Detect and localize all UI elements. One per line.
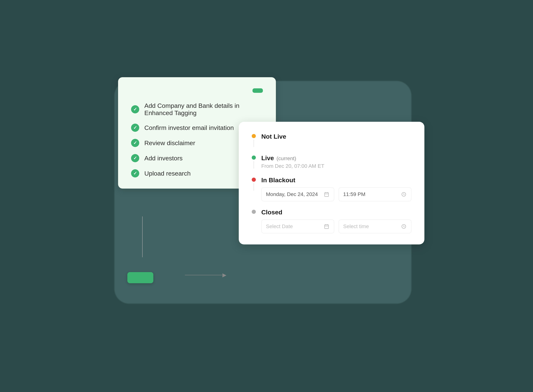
time-input-text: 11:59 PM (343, 191, 365, 197)
status-dot-wrapper-live (252, 154, 256, 168)
time-input-in-blackout[interactable]: 11:59 PM (339, 187, 411, 201)
status-label-row: Live (current) (261, 154, 411, 162)
status-content-not-live: Not Live (261, 133, 411, 140)
status-dot-live (252, 155, 256, 160)
clock-icon (401, 191, 407, 197)
status-content-closed: Closed Select Date Select time (261, 209, 411, 233)
status-label: Closed (261, 209, 282, 216)
check-icon: ✓ (131, 139, 139, 147)
date-input-text: Select Date (266, 224, 293, 229)
status-label: Not Live (261, 133, 286, 140)
todo-item-text: Upload research (145, 170, 191, 177)
status-date: From Dec 20, 07:00 AM ET (261, 163, 411, 169)
status-connector (254, 140, 254, 147)
date-input-in-blackout[interactable]: Monday, Dec 24, 2024 (261, 187, 334, 201)
date-input-text: Monday, Dec 24, 2024 (266, 191, 318, 197)
todo-item-text: Add Company and Bank details in Enhanced… (145, 102, 263, 117)
arrow-indicator (185, 272, 226, 278)
status-content-live: Live (current) From Dec 20, 07:00 AM ET (261, 154, 411, 169)
calendar-icon (324, 224, 330, 229)
connector-line (142, 216, 143, 257)
todo-item: ✓ Add Company and Bank details in Enhanc… (131, 102, 263, 117)
status-label: In Blackout (261, 177, 295, 184)
status-item-closed: Closed Select Date Select time (252, 209, 411, 233)
date-input-closed[interactable]: Select Date (261, 219, 334, 233)
svg-rect-0 (324, 193, 328, 196)
clock-icon (401, 224, 407, 229)
status-sublabel: (current) (277, 155, 296, 162)
status-dot-in-blackout (252, 178, 256, 182)
status-item-not-live: Not Live (252, 133, 411, 147)
check-icon: ✓ (131, 169, 139, 177)
status-dot-not-live (252, 134, 256, 138)
go-live-button[interactable] (127, 272, 153, 283)
status-label: Live (261, 154, 274, 162)
datetime-row: Monday, Dec 24, 2024 11:59 PM (261, 187, 411, 201)
todo-item-text: Review disclaimer (145, 139, 195, 147)
todo-item-text: Add investors (145, 155, 183, 162)
status-list: Not Live Live (current) From Dec 20, 07:… (252, 133, 411, 233)
status-connector (254, 161, 254, 168)
status-item-in-blackout: In Blackout Monday, Dec 24, 2024 11:59 P… (252, 177, 411, 201)
status-dot-wrapper-in-blackout (252, 177, 256, 191)
todos-card-header (131, 88, 263, 93)
todo-item-text: Confirm investor email invitation (145, 124, 234, 131)
svg-rect-5 (324, 225, 328, 229)
status-dot-wrapper-closed (252, 209, 256, 214)
check-icon: ✓ (131, 124, 139, 132)
status-panel: Not Live Live (current) From Dec 20, 07:… (239, 122, 424, 244)
calendar-icon (324, 191, 330, 197)
status-connector (254, 183, 254, 191)
check-icon: ✓ (131, 154, 139, 162)
datetime-row: Select Date Select time (261, 219, 411, 233)
check-icon: ✓ (131, 105, 139, 113)
time-input-text: Select time (343, 224, 369, 229)
done-badge (252, 88, 263, 93)
status-content-in-blackout: In Blackout Monday, Dec 24, 2024 11:59 P… (261, 177, 411, 201)
status-dot-closed (252, 210, 256, 214)
status-item-live: Live (current) From Dec 20, 07:00 AM ET (252, 154, 411, 169)
time-input-closed[interactable]: Select time (339, 219, 411, 233)
status-dot-wrapper-not-live (252, 133, 256, 147)
